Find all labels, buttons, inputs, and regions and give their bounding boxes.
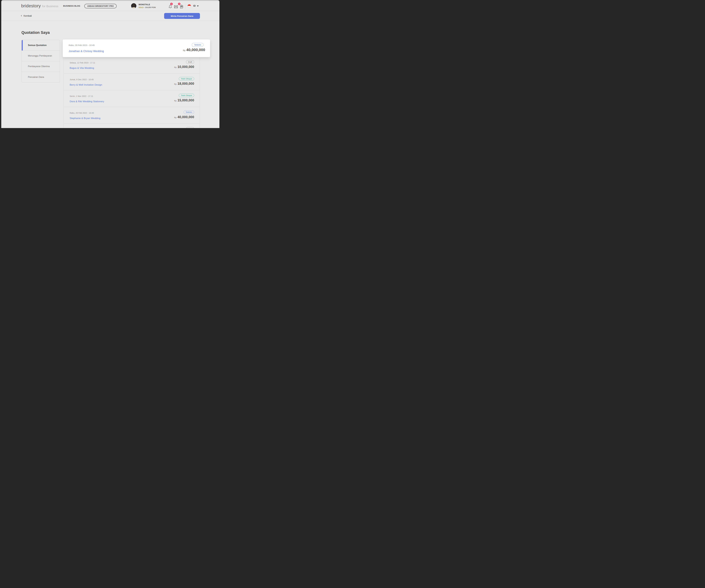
- status-badge: Terkirim: [184, 110, 194, 114]
- bell-icon: [169, 5, 172, 9]
- quotation-date: Rabu, 20 Feb 2023 - 10:45: [69, 44, 95, 46]
- quotation-filter-sidebar: Semua Quotation Menunggu Pembayaran Pemb…: [21, 40, 60, 83]
- currency-label: Rp: [174, 66, 177, 69]
- nav-download-bridestory-pro-button[interactable]: UNDAH BRIDESTORY PRO: [84, 4, 116, 8]
- status-badge: Telah Dibayar: [179, 77, 194, 81]
- logo-suffix: for Business: [42, 4, 58, 8]
- notifications-button[interactable]: [169, 5, 172, 9]
- account-tier-points: GOLD - 154,050 POIN: [139, 6, 156, 8]
- back-label: Kembali: [23, 15, 32, 17]
- page-title: Quotation Saya: [21, 31, 50, 35]
- action-bar: ‹ Kembali Minta Pencairan Dana: [1, 11, 220, 21]
- chevron-left-icon: ‹: [21, 14, 22, 17]
- account-info: MONOTALE GOLD - 154,050 POIN: [139, 3, 156, 8]
- avatar: [131, 3, 136, 8]
- orders-button[interactable]: [180, 4, 183, 9]
- points-label: - 154,050 POIN: [144, 6, 156, 8]
- currency-label: Rp: [174, 83, 177, 85]
- quotation-amount: Rp 18,000,000: [174, 82, 194, 86]
- quotation-row[interactable]: Rabu, 20 Feb 2022 - 10:45 Terkirim Steph…: [63, 107, 200, 124]
- quotation-name-link[interactable]: Stephanie & Bryan Wedding: [69, 117, 100, 120]
- brand-logo[interactable]: bridestory for Business: [21, 1, 58, 11]
- quotation-name-link[interactable]: Berry & Well Invitation Design: [69, 84, 102, 86]
- sidebar-item-label: Pembayaran Diterima: [28, 65, 50, 68]
- request-disbursement-button[interactable]: Minta Pencairan Dana: [164, 13, 200, 19]
- amount-value: 40,000,000: [186, 48, 205, 52]
- app-window: bridestory for Business BUSINESS BLOG UN…: [1, 0, 220, 128]
- status-badge: Telah Dibayar: [179, 94, 194, 97]
- status-badge: Terkirim: [192, 43, 203, 47]
- messages-count-badge: 2: [178, 3, 181, 5]
- tier-label: GOLD: [139, 6, 144, 8]
- quotation-amount: Rp 40,000,000: [174, 115, 194, 119]
- nav-business-blog[interactable]: BUSINESS BLOG: [63, 1, 80, 11]
- amount-value: 15,000,000: [178, 98, 194, 102]
- quotation-row[interactable]: Senin, 1 Nov 2022 - 17.11 Telah Dibayar …: [63, 90, 200, 107]
- sidebar-item-pencairan-dana[interactable]: Pencairan Dana: [22, 72, 60, 82]
- quotation-amount: Rp 10,000,000: [174, 65, 194, 69]
- owl-clipboard-icon: [180, 4, 183, 9]
- chevron-down-icon: [197, 5, 199, 7]
- quotation-name-link[interactable]: Jonathan & Chrissy Wedding: [69, 50, 104, 53]
- logo-wordmark: bridestory: [21, 3, 41, 8]
- back-button[interactable]: ‹ Kembali: [21, 11, 32, 21]
- quotation-amount: Rp 15,000,000: [174, 98, 194, 102]
- quotation-card-elevated[interactable]: Rabu, 20 Feb 2023 - 10:45 Terkirim Jonat…: [63, 40, 210, 57]
- quotation-name-link[interactable]: Dora & Riki Wedding Stationery: [69, 100, 104, 103]
- top-header: bridestory for Business BUSINESS BLOG UN…: [1, 1, 220, 11]
- quotation-row[interactable]: Jumat, 8 Dec 2022 - 10:45 Telah Dibayar …: [63, 74, 200, 90]
- account-name: MONOTALE: [139, 3, 156, 6]
- sidebar-item-pembayaran-diterima[interactable]: Pembayaran Diterima: [22, 61, 60, 72]
- indonesia-flag-icon: [187, 4, 191, 8]
- currency-label: Rp: [183, 49, 185, 51]
- quotation-date: Jumat, 8 Dec 2022 - 10:45: [69, 78, 94, 81]
- notification-count-badge: 1: [170, 3, 173, 5]
- sidebar-item-semua-quotation[interactable]: Semua Quotation: [22, 40, 60, 51]
- quotation-date: Rabu, 20 Feb 2022 - 10:45: [69, 112, 94, 114]
- active-accent-bar: [22, 40, 23, 50]
- amount-value: 18,000,000: [178, 82, 194, 86]
- quotation-row[interactable]: Draft: [63, 124, 200, 128]
- status-badge: Draft: [186, 127, 194, 128]
- sidebar-item-label: Semua Quotation: [28, 44, 47, 47]
- header-divider: [185, 4, 185, 9]
- sidebar-item-menunggu-pembayaran[interactable]: Menunggu Pembayaran: [22, 51, 60, 61]
- quotation-name-link[interactable]: Bagus & Vita Wedding: [69, 67, 94, 70]
- sidebar-item-label: Pencairan Dana: [28, 76, 44, 78]
- messages-button[interactable]: [174, 5, 178, 8]
- sidebar-item-label: Menunggu Pembayaran: [28, 55, 52, 57]
- quotation-date: Senin, 1 Nov 2022 - 17.11: [69, 95, 93, 97]
- quotation-date: Selasa, 12 Feb 2023 - 17.11: [69, 61, 95, 64]
- envelope-icon: [174, 5, 178, 8]
- quotation-list: Selasa, 12 Feb 2023 - 17.11 Draft Bagus …: [63, 57, 200, 128]
- amount-value: 40,000,000: [178, 115, 194, 119]
- currency-label: Rp: [174, 117, 177, 119]
- currency-label: Rp: [174, 100, 177, 102]
- quotation-row[interactable]: Selasa, 12 Feb 2023 - 17.11 Draft Bagus …: [63, 57, 200, 74]
- amount-value: 10,000,000: [178, 65, 194, 69]
- account-menu[interactable]: MONOTALE GOLD - 154,050 POIN: [131, 3, 156, 8]
- locale-code: ID: [193, 5, 196, 7]
- quotation-amount: Rp 40,000,000: [183, 48, 205, 52]
- status-badge: Draft: [186, 60, 194, 64]
- page-content: bridestory for Business BUSINESS BLOG UN…: [1, 1, 220, 128]
- language-selector[interactable]: ID: [187, 1, 199, 11]
